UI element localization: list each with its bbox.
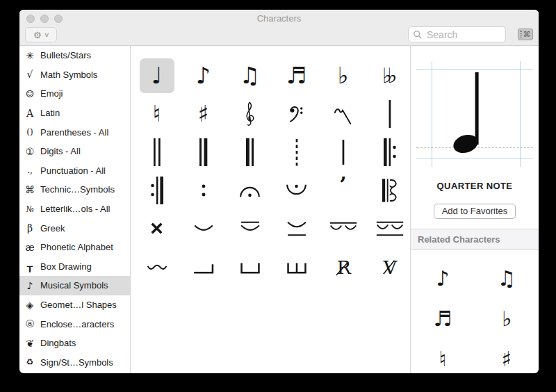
titlebar[interactable]: Characters: [19, 10, 539, 26]
grid-cell-metrical-hexaseme[interactable]: [273, 247, 320, 286]
sidebar-item-box-drawing[interactable]: ┰Box Drawing: [19, 257, 130, 277]
grid-cell-ornament-stroke[interactable]: [320, 95, 366, 133]
grid-cell-reverse-final-barline[interactable]: [227, 133, 273, 171]
grid-cell-bass-clef[interactable]: [273, 95, 320, 133]
grid-cell-metrical-short-over-long[interactable]: [273, 209, 320, 247]
grid-cell-music-sharp-sign[interactable]: ♯: [180, 95, 227, 133]
sidebar-item-sign-st-symbols[interactable]: ♻Sign/St…Symbols: [19, 353, 130, 373]
gear-icon: ⚙: [33, 31, 42, 40]
sidebar-item-digits-all[interactable]: ①Digits - All: [19, 142, 130, 161]
svg-text:V: V: [382, 256, 397, 277]
grid-cell-metrical-two-shorts-joined[interactable]: [366, 209, 413, 247]
grid-cell-short-barline[interactable]: [320, 133, 366, 171]
related-cell-beamed-eighth-notes[interactable]: ♫: [475, 259, 539, 299]
bass-clef-glyph: [288, 102, 306, 126]
grid-cell-versicle-symbol[interactable]: V: [366, 247, 413, 286]
music-flat-sign-glyph: ♭: [338, 64, 349, 87]
double-sharp-sign-glyph: [150, 222, 163, 235]
music-natural-sign-glyph: ♮: [153, 102, 161, 125]
related-cell-music-natural-sign[interactable]: ♮: [411, 339, 475, 373]
grid-cell-metrical-two-shorts-over-long[interactable]: [320, 209, 366, 247]
keyboard-viewer-button[interactable]: ⌘: [517, 28, 533, 41]
sidebar-item-technic-symbols[interactable]: ⌘Technic…Symbols: [19, 180, 130, 199]
related-cell-eighth-note[interactable]: ♪: [411, 259, 475, 299]
sidebar-item-punctuation-all[interactable]: .,Punctuation - All: [19, 161, 130, 181]
sidebar-item-geomet-l-shapes[interactable]: ◈Geomet…l Shapes: [19, 295, 130, 315]
sidebar-item-phonetic-alphabet[interactable]: æPhonetic Alphabet: [19, 238, 130, 257]
sidebar-item-label: Greek: [40, 223, 65, 234]
grid-cell-metrical-tetraseme[interactable]: [180, 247, 227, 286]
metrical-long-over-short-glyph: [239, 220, 261, 237]
reverse-final-barline-glyph: [245, 138, 254, 166]
beamed-sixteenth-notes-glyph: ♬: [286, 64, 307, 87]
circled-one-icon: ①: [19, 147, 40, 156]
sidebar-item-math-symbols[interactable]: √Math Symbols: [19, 65, 130, 85]
floral-heart-icon: ❦: [19, 338, 40, 348]
grid-cell-fermata[interactable]: [227, 171, 273, 209]
left-repeat-sign-glyph: [383, 138, 397, 166]
sidebar-item-label: Phonetic Alphabet: [40, 242, 113, 252]
diamond-icon: ◈: [19, 300, 40, 310]
sidebar-item-parentheses-all[interactable]: ()Parentheses - All: [19, 122, 130, 142]
sidebar-item-dingbats[interactable]: ❦Dingbats: [19, 334, 130, 353]
music-natural-sign-glyph: ♮: [439, 349, 447, 370]
bullets-stars-icon: ✳: [19, 51, 40, 60]
grid-cell-fermata-below[interactable]: [273, 171, 320, 209]
grid-cell-beamed-eighth-notes[interactable]: ♫: [227, 56, 273, 95]
related-cell-music-flat-sign[interactable]: ♭: [475, 299, 539, 339]
sidebar-item-label: Parentheses - All: [40, 127, 108, 138]
related-cell-music-sharp-sign[interactable]: ♯: [475, 339, 539, 373]
search-field[interactable]: [408, 26, 506, 42]
grid-cell-metrical-breve[interactable]: [180, 209, 227, 247]
action-menu-button[interactable]: ⚙ ∨: [25, 27, 57, 42]
grid-cell-right-repeat-sign[interactable]: [133, 171, 180, 209]
metrical-two-shorts-over-long-glyph: [329, 221, 358, 236]
repeat-dots-glyph: [200, 178, 207, 203]
search-icon: [413, 30, 423, 40]
grid-cell-music-double-flat-sign[interactable]: ♭♭: [366, 56, 413, 95]
ornament-stroke-glyph: [333, 102, 354, 126]
sidebar-item-bullets-stars[interactable]: ✳Bullets/Stars: [19, 46, 130, 65]
double-barline-glyph: [153, 138, 161, 166]
grid-cell-metrical-triseme[interactable]: [133, 247, 180, 286]
response-symbol-glyph: R: [335, 256, 352, 277]
character-preview: [451, 71, 490, 158]
grid-cell-double-barline[interactable]: [133, 133, 180, 171]
grid-cell-treble-clef[interactable]: [227, 95, 273, 133]
music-sharp-sign-glyph: ♯: [198, 102, 209, 125]
ae-ligature-icon: æ: [19, 243, 40, 252]
single-barline-glyph: [387, 100, 393, 128]
sidebar-item-label: Dingbats: [40, 338, 76, 348]
grid-cell-quarter-note[interactable]: ♩: [133, 56, 180, 95]
music-sharp-sign-glyph: ♯: [502, 349, 512, 370]
grid-cell-double-sharp-sign[interactable]: [133, 209, 180, 247]
grid-cell-response-symbol[interactable]: R: [320, 247, 366, 286]
grid-cell-dashed-barline[interactable]: [273, 133, 320, 171]
grid-cell-left-repeat-sign[interactable]: [366, 133, 413, 171]
metrical-hexaseme-glyph: [285, 259, 309, 275]
sidebar-item-emoji[interactable]: ☺Emoji: [19, 84, 130, 104]
sidebar-item-label: Digits - All: [40, 146, 81, 156]
grid-cell-single-barline[interactable]: [366, 95, 413, 133]
sidebar-item-enclose-aracters[interactable]: ⓐEnclose…aracters: [19, 314, 130, 334]
related-cell-beamed-sixteenth-notes[interactable]: ♬: [411, 299, 475, 339]
grid-cell-beamed-sixteenth-notes[interactable]: ♬: [273, 56, 320, 95]
grid-cell-alto-clef[interactable]: [366, 171, 413, 209]
add-to-favorites-button[interactable]: Add to Favorites: [434, 204, 516, 219]
grid-cell-metrical-pentaseme[interactable]: [227, 247, 273, 286]
sidebar-item-greek[interactable]: βGreek: [19, 218, 130, 238]
grid-cell-repeat-dots[interactable]: [180, 171, 227, 209]
fermata-below-glyph: [285, 181, 308, 199]
dashed-barline-glyph: [294, 138, 300, 166]
grid-cell-final-barline[interactable]: [180, 133, 227, 171]
search-input[interactable]: [425, 28, 501, 41]
grid-cell-eighth-note[interactable]: ♪: [180, 56, 227, 95]
character-grid: ♩♪♫♬♭♭♭♮♯’RV: [131, 46, 410, 373]
sidebar-item-musical-symbols[interactable]: ♪Musical Symbols: [19, 276, 130, 295]
grid-cell-metrical-long-over-short[interactable]: [227, 209, 273, 247]
sidebar-item-latin[interactable]: ALatin: [19, 104, 130, 123]
grid-cell-breath-mark[interactable]: ’: [320, 171, 366, 209]
sidebar-item-letterlik-ols-all[interactable]: №Letterlik…ols - All: [19, 199, 130, 219]
grid-cell-music-flat-sign[interactable]: ♭: [320, 56, 366, 95]
grid-cell-music-natural-sign[interactable]: ♮: [133, 95, 180, 133]
